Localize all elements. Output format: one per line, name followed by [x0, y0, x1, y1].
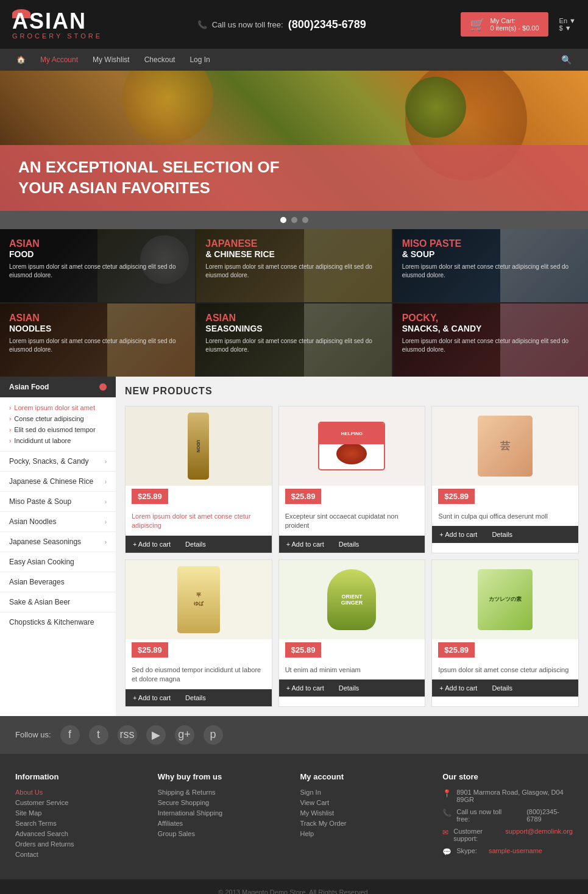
- cat-desc-miso-paste: Lorem ipsum dolor sit amet conse ctetur …: [402, 263, 579, 280]
- footer-link-my-wishlist[interactable]: My Wishlist: [300, 809, 431, 817]
- footer-information: Information About Us Customer Service Si…: [15, 772, 146, 861]
- sidebar-nav-sake[interactable]: Sake & Asian Beer: [0, 592, 116, 612]
- location-icon: 📍: [442, 789, 452, 798]
- add-to-cart-button-5[interactable]: + Add to cart: [432, 679, 484, 697]
- category-pocky[interactable]: POCKY, SNACKS, & CANDY Lorem ipsum dolor…: [393, 303, 588, 377]
- product-price-4: $25.89: [285, 642, 322, 658]
- nav-my-wishlist[interactable]: My Wishlist: [85, 49, 137, 70]
- footer-why-buy: Why buy from us Shipping & Returns Secur…: [158, 772, 288, 861]
- sidebar-nav-japanese-rice[interactable]: Japanese & Chinese Rice ›: [0, 471, 116, 491]
- sidebar-nav-asian-beverages[interactable]: Asian Beverages: [0, 572, 116, 592]
- footer: Information About Us Customer Service Si…: [0, 754, 588, 879]
- footer-link-view-cart[interactable]: View Cart: [300, 799, 431, 806]
- nav-my-account[interactable]: My Account: [33, 49, 85, 70]
- footer-link-orders-returns[interactable]: Orders and Returns: [15, 840, 146, 848]
- arrow-icon-2: ›: [9, 427, 11, 433]
- details-button-3[interactable]: Details: [178, 689, 213, 706]
- footer-link-sign-in[interactable]: Sign In: [300, 789, 431, 796]
- cat-desc-asian-food: Lorem ipsum dolor sit amet conse ctetur …: [9, 263, 186, 280]
- details-button-4[interactable]: Details: [331, 679, 367, 697]
- footer-link-site-map[interactable]: Site Map: [15, 809, 146, 817]
- search-icon[interactable]: 🔍: [554, 49, 579, 71]
- details-button-1[interactable]: Details: [331, 536, 367, 553]
- food-decor-2: [405, 77, 466, 138]
- rss-icon[interactable]: rss: [118, 725, 137, 745]
- sidebar-sub-item-3[interactable]: › Incididunt ut labore: [9, 435, 107, 446]
- sidebar-sub-item-1[interactable]: › Conse ctetur adipiscing: [9, 413, 107, 424]
- product-info-5: Ipsum dolor sit amet conse ctetur adipis…: [432, 661, 578, 679]
- sidebar-sub-label-1: Conse ctetur adipiscing: [14, 415, 83, 422]
- follow-label: Follow us:: [15, 730, 51, 739]
- footer-link-search-terms[interactable]: Search Terms: [15, 820, 146, 827]
- add-to-cart-button-4[interactable]: + Add to cart: [279, 679, 331, 697]
- sidebar-active-category[interactable]: Asian Food: [0, 377, 116, 397]
- header-phone[interactable]: (800)2345-6789: [288, 18, 366, 31]
- footer-link-shipping[interactable]: Shipping & Returns: [158, 789, 288, 796]
- details-button-5[interactable]: Details: [484, 679, 520, 697]
- cart-label: My Cart:: [490, 17, 539, 24]
- footer-link-advanced-search[interactable]: Advanced Search: [15, 830, 146, 837]
- nav-checkout[interactable]: Checkout: [137, 49, 183, 70]
- add-to-cart-button-0[interactable]: + Add to cart: [126, 536, 178, 553]
- twitter-icon[interactable]: t: [89, 725, 108, 745]
- chevron-right-icon-2: ›: [105, 498, 107, 505]
- category-japanese-rice[interactable]: JAPANESE & CHINESE RICE Lorem ipsum dolo…: [196, 229, 391, 302]
- footer-link-intl-shipping[interactable]: International Shipping: [158, 809, 288, 817]
- footer-skype-username[interactable]: sample-username: [489, 847, 542, 854]
- sidebar-nav-asian-noodles[interactable]: Asian Noodles ›: [0, 511, 116, 531]
- product-price-1: $25.89: [285, 489, 322, 504]
- cat-title-red-miso-paste: MISO PASTE: [402, 238, 579, 249]
- category-asian-noodles[interactable]: ASIAN NOODLES Lorem ipsum dolor sit amet…: [0, 303, 195, 377]
- hero-dot-2[interactable]: [291, 217, 297, 223]
- product-img-1: HELPING: [279, 406, 425, 486]
- details-button-2[interactable]: Details: [484, 526, 520, 543]
- sidebar-nav-miso-paste[interactable]: Miso Paste & Soup ›: [0, 491, 116, 511]
- footer-link-track-order[interactable]: Track My Order: [300, 820, 431, 827]
- facebook-icon[interactable]: f: [60, 725, 80, 745]
- sidebar-nav-label-japanese-seasonings: Japanese Seasonings: [9, 537, 81, 546]
- chevron-right-icon-3: ›: [105, 519, 107, 525]
- sidebar-nav-japanese-seasonings[interactable]: Japanese Seasonings ›: [0, 531, 116, 552]
- hero-dot-3[interactable]: [302, 217, 308, 223]
- footer-link-secure[interactable]: Secure Shopping: [158, 799, 288, 806]
- footer-why-title: Why buy from us: [158, 772, 288, 781]
- cart-button[interactable]: 🛒 My Cart: 0 item(s) - $0.00: [461, 12, 548, 37]
- sidebar-nav-easy-asian[interactable]: Easy Asian Cooking: [0, 552, 116, 572]
- details-button-0[interactable]: Details: [178, 536, 213, 553]
- add-to-cart-button-3[interactable]: + Add to cart: [126, 689, 178, 706]
- sidebar-sub-item-0[interactable]: › Lorem ipsum dolor sit amet: [9, 402, 107, 413]
- sidebar-sub-item-2[interactable]: › Elit sed do eiusmod tempor: [9, 424, 107, 435]
- sidebar-nav-pocky[interactable]: Pocky, Snacks, & Candy ›: [0, 451, 116, 471]
- sidebar-sub-label-3: Incididunt ut labore: [14, 437, 71, 444]
- language-selector[interactable]: En ▼ $ ▼: [559, 17, 576, 32]
- footer-link-customer-service[interactable]: Customer Service: [15, 799, 146, 806]
- product-info-2: Sunt in culpa qui offica deserunt moll: [432, 507, 578, 526]
- footer-support-email[interactable]: support@demolink.org: [505, 828, 573, 835]
- footer-link-group-sales[interactable]: Group Sales: [158, 830, 288, 837]
- pinterest-icon[interactable]: p: [204, 725, 223, 745]
- add-to-cart-button-1[interactable]: + Add to cart: [279, 536, 331, 553]
- youtube-icon[interactable]: ▶: [146, 725, 166, 745]
- footer-support: ✉ Customer support: support@demolink.org: [442, 828, 573, 842]
- copyright-text: © 2013 Magento Demo Store. All Rights Re…: [218, 889, 369, 894]
- nav-home-icon[interactable]: 🏠: [9, 49, 33, 70]
- googleplus-icon[interactable]: g+: [175, 725, 194, 745]
- category-asian-food[interactable]: ASIAN FOOD Lorem ipsum dolor sit amet co…: [0, 229, 195, 302]
- products-grid: UDON $25.89 Lorem ipsum dolor sit amet c…: [125, 406, 579, 707]
- add-to-cart-button-2[interactable]: + Add to cart: [432, 526, 484, 543]
- category-miso-paste[interactable]: MISO PASTE & SOUP Lorem ipsum dolor sit …: [393, 229, 588, 302]
- cat-title-white-japanese-rice: & CHINESE RICE: [205, 249, 382, 259]
- product-info-0: Lorem ipsum dolor sit amet conse ctetur …: [126, 507, 272, 536]
- nav-log-in[interactable]: Log In: [182, 49, 217, 70]
- footer-link-about-us[interactable]: About Us: [15, 789, 146, 796]
- hero-dot-1[interactable]: [280, 217, 286, 223]
- phone-icon: 📞: [197, 20, 207, 29]
- category-asian-seasonings[interactable]: ASIAN SEASONINGS Lorem ipsum dolor sit a…: [196, 303, 391, 377]
- footer-link-contact[interactable]: Contact: [15, 851, 146, 858]
- logo[interactable]: ASIAN GROCERY STORE: [12, 9, 102, 40]
- footer-link-help[interactable]: Help: [300, 830, 431, 837]
- cat-title-white-asian-noodles: NOODLES: [9, 324, 186, 333]
- footer-link-affiliates[interactable]: Affiliates: [158, 820, 288, 827]
- sidebar-category-label: Asian Food: [9, 383, 49, 391]
- sidebar-nav-chopsticks[interactable]: Chopsticks & Kitchenware: [0, 612, 116, 632]
